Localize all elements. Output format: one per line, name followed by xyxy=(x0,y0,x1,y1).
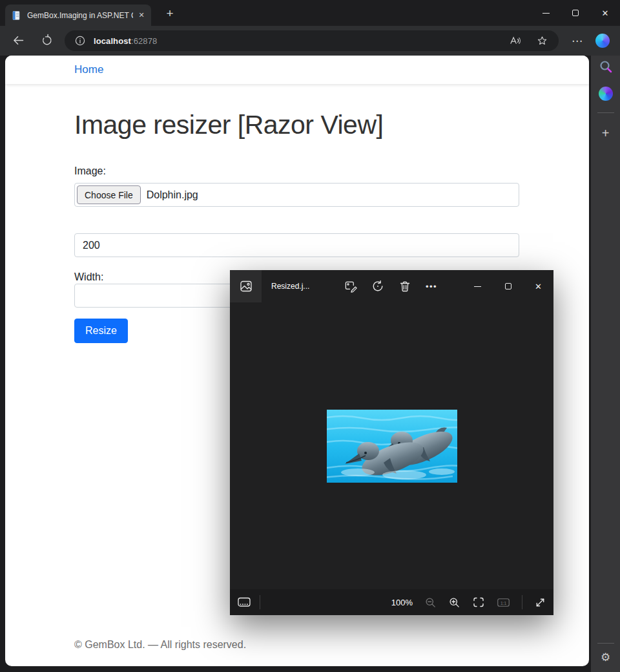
toolbar-divider xyxy=(522,595,522,609)
nav-link-home[interactable]: Home xyxy=(74,63,103,76)
copilot-icon[interactable] xyxy=(595,34,610,48)
favicon xyxy=(11,10,21,21)
photos-maximize-button[interactable] xyxy=(493,270,523,302)
favorites-star-icon[interactable] xyxy=(536,35,548,47)
fit-to-window-icon[interactable] xyxy=(472,596,485,609)
resize-button[interactable]: Resize xyxy=(74,319,128,343)
actual-size-icon[interactable]: 1:1 xyxy=(497,596,510,609)
address-bar[interactable]: localhost:62878 xyxy=(65,30,559,51)
back-icon[interactable] xyxy=(12,34,25,47)
delete-icon[interactable] xyxy=(398,280,411,293)
tab-title: GemBox.Imaging in ASP.NET Core xyxy=(27,11,133,20)
minimize-icon xyxy=(542,13,550,14)
width-field-label: Width: xyxy=(74,271,103,283)
read-aloud-icon[interactable] xyxy=(509,34,522,47)
sidebar-divider xyxy=(597,643,614,644)
url-text: localhost:62878 xyxy=(94,36,157,46)
zoom-out-icon[interactable] xyxy=(424,596,437,609)
file-input[interactable]: Choose File Dolphin.jpg xyxy=(74,183,519,207)
dolphin-photo xyxy=(327,410,457,483)
selected-file-name: Dolphin.jpg xyxy=(147,189,198,201)
window-minimize-button[interactable] xyxy=(531,0,561,26)
rotate-icon[interactable] xyxy=(371,280,384,293)
photos-file-title: Resized.j... xyxy=(271,270,309,302)
photos-more-icon[interactable]: ••• xyxy=(426,282,437,291)
choose-file-button[interactable]: Choose File xyxy=(77,185,141,204)
toolbar-divider xyxy=(260,595,260,609)
site-info-icon[interactable] xyxy=(75,36,85,46)
url-host: localhost xyxy=(94,36,131,46)
photo-icon xyxy=(240,280,253,293)
browser-tab-active[interactable]: GemBox.Imaging in ASP.NET Core ✕ xyxy=(5,5,151,26)
zoom-in-icon[interactable] xyxy=(448,596,460,609)
photos-app-window[interactable]: Resized.j... xyxy=(230,270,553,615)
sidebar-copilot-icon[interactable] xyxy=(591,84,620,103)
image-field-label: Image: xyxy=(74,165,106,177)
sidebar-divider xyxy=(597,112,614,113)
page-title: Image resizer [Razor View] xyxy=(74,110,383,140)
sidebar-search-icon[interactable] xyxy=(591,57,620,76)
new-tab-button[interactable]: + xyxy=(162,6,178,21)
photos-window-controls: ✕ xyxy=(462,270,553,302)
zoom-controls: 100% xyxy=(391,595,553,609)
sidebar-add-icon[interactable]: + xyxy=(591,123,620,143)
photos-canvas[interactable] xyxy=(230,302,553,589)
photos-bottom-toolbar: 100% xyxy=(230,589,553,615)
window-maximize-button[interactable] xyxy=(561,0,590,26)
fullscreen-icon[interactable] xyxy=(534,596,546,609)
photos-toolbar-actions: ••• xyxy=(344,270,437,302)
tab-close-icon[interactable]: ✕ xyxy=(136,10,147,21)
browser-settings-more-icon[interactable]: ⋯ xyxy=(568,32,586,49)
zoom-level: 100% xyxy=(391,598,413,607)
maximize-icon xyxy=(505,283,512,289)
copilot-logo xyxy=(595,34,610,48)
edit-image-icon[interactable] xyxy=(344,280,357,293)
photos-close-button[interactable]: ✕ xyxy=(523,270,553,302)
site-navbar: Home xyxy=(5,56,589,84)
copilot-logo xyxy=(599,87,613,101)
browser-toolbar: localhost:62878 ⋯ xyxy=(0,26,620,56)
url-port: :62878 xyxy=(131,36,157,46)
photos-minimize-button[interactable] xyxy=(462,270,493,302)
browser-tab-strip: GemBox.Imaging in ASP.NET Core ✕ + ✕ xyxy=(0,0,620,26)
footer-copyright: © GemBox Ltd. — All rights reserved. xyxy=(74,639,246,651)
address-bar-actions xyxy=(509,34,548,47)
window-close-button[interactable]: ✕ xyxy=(590,0,620,26)
refresh-icon[interactable] xyxy=(40,34,54,47)
sidebar-settings-gear-icon[interactable]: ⚙ xyxy=(591,647,620,667)
edge-sidebar: + ⚙ xyxy=(591,56,620,672)
filmstrip-icon[interactable] xyxy=(237,595,251,609)
minimize-icon xyxy=(474,286,481,287)
browser-window-controls: ✕ xyxy=(531,0,620,26)
width-input[interactable] xyxy=(74,233,519,257)
photos-titlebar[interactable]: Resized.j... xyxy=(230,270,553,302)
maximize-icon xyxy=(572,10,579,16)
photos-app-icon-tab[interactable] xyxy=(230,270,262,302)
svg-text:1:1: 1:1 xyxy=(501,600,507,605)
